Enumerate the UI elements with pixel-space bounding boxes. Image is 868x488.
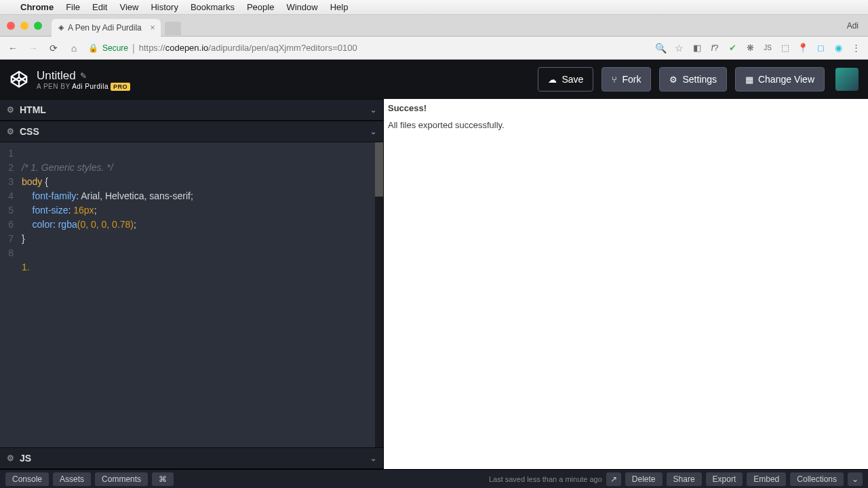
lock-icon: 🔒: [88, 43, 98, 53]
browser-tabstrip: ◈ A Pen by Adi Purdila × Adi: [0, 15, 868, 37]
secure-label: Secure: [102, 43, 128, 53]
ext-cube-icon[interactable]: ⬚: [780, 43, 791, 54]
save-button[interactable]: ☁Save: [538, 67, 593, 92]
share-button[interactable]: Share: [667, 472, 702, 486]
search-in-page-icon[interactable]: 🔍: [655, 43, 667, 54]
codepen-body: ⚙ HTML ⌄ ⚙ CSS ⌄ 12345678 /* 1. Generic …: [0, 99, 868, 469]
css-settings-icon[interactable]: ⚙: [7, 127, 14, 136]
ext-font-icon[interactable]: f?: [709, 43, 720, 54]
ext-pocket-icon[interactable]: ◧: [692, 43, 703, 54]
menu-file[interactable]: File: [66, 2, 80, 12]
tab-favicon-icon: ◈: [58, 23, 64, 32]
ext-js-icon[interactable]: JS: [762, 43, 773, 54]
back-button[interactable]: ←: [7, 43, 19, 54]
css-panel-header[interactable]: ⚙ CSS ⌄: [0, 121, 383, 142]
open-external-icon[interactable]: ↗: [606, 472, 621, 486]
html-panel-header[interactable]: ⚙ HTML ⌄: [0, 99, 383, 121]
delete-button[interactable]: Delete: [625, 472, 663, 486]
codepen-logo-icon[interactable]: [9, 70, 28, 89]
tab-title: A Pen by Adi Purdila: [68, 23, 142, 33]
browser-tab[interactable]: ◈ A Pen by Adi Purdila ×: [52, 19, 161, 37]
author-link[interactable]: Adi Purdila: [72, 83, 108, 90]
console-button[interactable]: Console: [5, 472, 49, 486]
fork-button[interactable]: ⑂Fork: [601, 67, 651, 92]
url-text: https://codepen.io/adipurdila/pen/aqXjmm…: [139, 43, 357, 53]
menu-help[interactable]: Help: [330, 2, 349, 12]
reload-button[interactable]: ⟳: [47, 43, 60, 54]
export-button[interactable]: Export: [706, 472, 743, 486]
browser-profile[interactable]: Adi: [847, 21, 859, 30]
codepen-footer: Console Assets Comments ⌘ Last saved les…: [0, 469, 868, 488]
ext-color-icon[interactable]: ❋: [745, 43, 755, 54]
close-window-icon[interactable]: [7, 22, 15, 30]
css-editor[interactable]: 12345678 /* 1. Generic styles. */ body {…: [0, 142, 383, 447]
embed-button[interactable]: Embed: [747, 472, 786, 486]
change-view-button[interactable]: ▦Change View: [735, 67, 825, 92]
menu-appname[interactable]: Chrome: [20, 2, 54, 12]
js-label: JS: [20, 453, 31, 464]
line-gutter: 12345678: [0, 142, 18, 447]
shortcuts-button[interactable]: ⌘: [152, 472, 174, 486]
menu-history[interactable]: History: [151, 2, 178, 12]
menu-edit[interactable]: Edit: [92, 2, 107, 12]
preview-heading: Success!: [388, 103, 864, 113]
fork-icon: ⑂: [612, 75, 617, 85]
macos-menubar: Chrome File Edit View History Bookmarks …: [0, 0, 868, 15]
layout-icon: ▦: [745, 75, 753, 85]
editors-column: ⚙ HTML ⌄ ⚙ CSS ⌄ 12345678 /* 1. Generic …: [0, 99, 384, 469]
address-bar[interactable]: 🔒 Secure | https://codepen.io/adipurdila…: [88, 43, 647, 54]
forward-button[interactable]: →: [27, 43, 39, 54]
zoom-window-icon[interactable]: [34, 22, 42, 30]
cloud-icon: ☁: [548, 75, 557, 85]
browser-toolbar: ← → ⟳ ⌂ 🔒 Secure | https://codepen.io/ad…: [0, 37, 868, 60]
window-controls: [7, 22, 42, 30]
codepen-header: Untitled ✎ A PEN BY Adi PurdilaPRO ☁Save…: [0, 60, 868, 99]
settings-button[interactable]: ⚙Settings: [659, 67, 727, 92]
ext-box-icon[interactable]: ◻: [815, 43, 826, 54]
chevron-down-icon[interactable]: ⌄: [848, 472, 863, 486]
collections-button[interactable]: Collections: [790, 472, 844, 486]
ext-pin-icon[interactable]: 📍: [797, 43, 808, 54]
extension-icons: ◧ f? ✔ ❋ JS ⬚ 📍 ◻ ◉ ⋮: [692, 43, 861, 54]
css-label: CSS: [20, 126, 39, 137]
byline-prefix: A PEN BY: [37, 83, 72, 90]
html-label: HTML: [20, 104, 46, 115]
home-button[interactable]: ⌂: [68, 43, 80, 54]
code-content[interactable]: /* 1. Generic styles. */ body { font-fam…: [18, 142, 193, 447]
menu-view[interactable]: View: [119, 2, 138, 12]
gear-icon: ⚙: [669, 75, 677, 85]
save-status: Last saved less than a minute ago: [489, 475, 602, 483]
assets-button[interactable]: Assets: [53, 472, 91, 486]
menu-people[interactable]: People: [247, 2, 274, 12]
pen-title[interactable]: Untitled: [37, 69, 76, 83]
bookmark-star-icon[interactable]: ☆: [675, 43, 684, 54]
js-panel-header[interactable]: ⚙ JS ⌄: [0, 447, 383, 469]
css-collapse-icon[interactable]: ⌄: [370, 127, 376, 136]
html-settings-icon[interactable]: ⚙: [7, 105, 14, 115]
menu-bookmarks[interactable]: Bookmarks: [191, 2, 235, 12]
js-collapse-icon[interactable]: ⌄: [370, 454, 376, 463]
ext-check-icon[interactable]: ✔: [727, 43, 738, 54]
preview-text: All files exported successfully.: [388, 120, 864, 130]
html-collapse-icon[interactable]: ⌄: [370, 106, 376, 115]
edit-title-icon[interactable]: ✎: [80, 71, 87, 81]
url-separator: |: [132, 43, 135, 54]
js-settings-icon[interactable]: ⚙: [7, 453, 14, 463]
minimize-window-icon[interactable]: [20, 22, 28, 30]
tab-close-icon[interactable]: ×: [150, 22, 155, 33]
menu-window[interactable]: Window: [286, 2, 317, 12]
new-tab-button[interactable]: [165, 22, 181, 35]
pro-badge: PRO: [111, 83, 130, 91]
comments-button[interactable]: Comments: [95, 472, 148, 486]
ext-circle-icon[interactable]: ◉: [833, 43, 844, 54]
editor-scrollbar[interactable]: [375, 142, 383, 447]
more-icon[interactable]: ⋮: [850, 43, 861, 54]
avatar[interactable]: [835, 68, 859, 91]
preview-pane: Success! All files exported successfully…: [384, 99, 868, 469]
